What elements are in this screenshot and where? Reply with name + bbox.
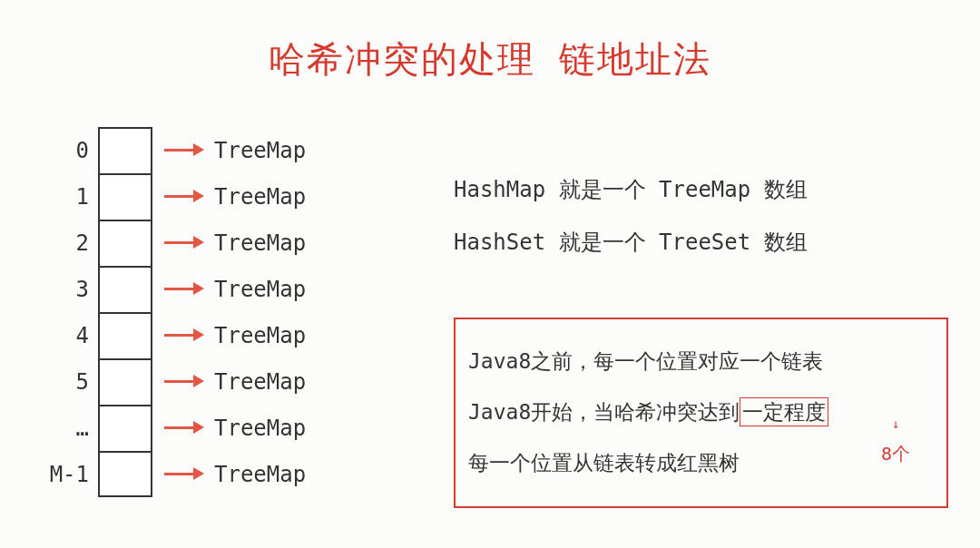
bucket-cell — [98, 173, 152, 220]
bucket-index: 3 — [44, 277, 98, 302]
bucket-row: 5 TreeMap — [44, 358, 306, 405]
arrow-icon — [152, 473, 207, 475]
bucket-index: 2 — [44, 230, 98, 256]
bucket-cell — [98, 358, 152, 405]
bucket-cell — [98, 405, 152, 451]
bucket-cell — [98, 266, 152, 312]
bucket-value-label: TreeMap — [207, 369, 306, 395]
bucket-row: 3 TreeMap — [44, 266, 306, 312]
bucket-value-label: TreeMap — [207, 184, 306, 210]
bucket-value-label: TreeMap — [207, 230, 306, 256]
arrow-icon — [152, 241, 207, 244]
bucket-index: 5 — [44, 369, 98, 395]
bucket-value-label: TreeMap — [207, 138, 306, 163]
down-arrow-icon: ↓ — [881, 419, 910, 428]
highlight-line-prefix: Java8开始，当哈希冲突达到 — [468, 400, 740, 424]
arrow-icon — [152, 426, 207, 429]
arrow-icon — [152, 195, 207, 198]
bucket-index: 4 — [44, 323, 98, 348]
bucket-row: 2 TreeMap — [44, 220, 306, 266]
annotation-label: ↓ 8个 — [881, 419, 910, 479]
arrow-icon — [152, 288, 207, 290]
bucket-cell — [98, 312, 152, 358]
bucket-index: 1 — [44, 184, 98, 210]
bucket-index: 0 — [44, 138, 98, 163]
description-line: HashSet 就是一个 TreeSet 数组 — [454, 216, 808, 269]
bucket-cell — [98, 127, 152, 173]
diagram-title: 哈希冲突的处理 链地址法 — [0, 0, 980, 84]
highlight-line: 每一个位置从链表转成红黑树 — [468, 437, 934, 488]
bucket-row: 1 TreeMap — [44, 173, 306, 220]
bucket-row: 4 TreeMap — [44, 312, 306, 358]
bucket-row: … TreeMap — [44, 405, 306, 451]
bucket-cell — [98, 451, 152, 497]
highlight-box: Java8之前，每一个位置对应一个链表 Java8开始，当哈希冲突达到一定程度 … — [454, 318, 948, 508]
bucket-value-label: TreeMap — [207, 277, 306, 302]
arrow-icon — [152, 149, 207, 152]
bucket-value-label: TreeMap — [207, 462, 306, 487]
bucket-row: 0 TreeMap — [44, 127, 306, 173]
bucket-index: … — [44, 416, 98, 441]
arrow-icon — [152, 380, 207, 383]
arrow-icon — [152, 334, 207, 337]
description-block: HashMap 就是一个 TreeMap 数组 HashSet 就是一个 Tre… — [454, 163, 808, 269]
highlight-line: Java8之前，每一个位置对应一个链表 — [468, 336, 934, 387]
inner-highlight-box: 一定程度 — [740, 397, 828, 426]
highlight-line: Java8开始，当哈希冲突达到一定程度 — [468, 387, 934, 437]
bucket-row: M-1 TreeMap — [44, 451, 306, 497]
description-line: HashMap 就是一个 TreeMap 数组 — [454, 163, 808, 216]
bucket-index: M-1 — [44, 462, 98, 487]
bucket-value-label: TreeMap — [207, 323, 306, 348]
annotation-text: 8个 — [881, 428, 910, 479]
bucket-cell — [98, 220, 152, 266]
bucket-value-label: TreeMap — [207, 416, 306, 441]
hash-buckets-diagram: 0 TreeMap 1 TreeMap 2 TreeMap 3 TreeMap … — [44, 127, 306, 497]
